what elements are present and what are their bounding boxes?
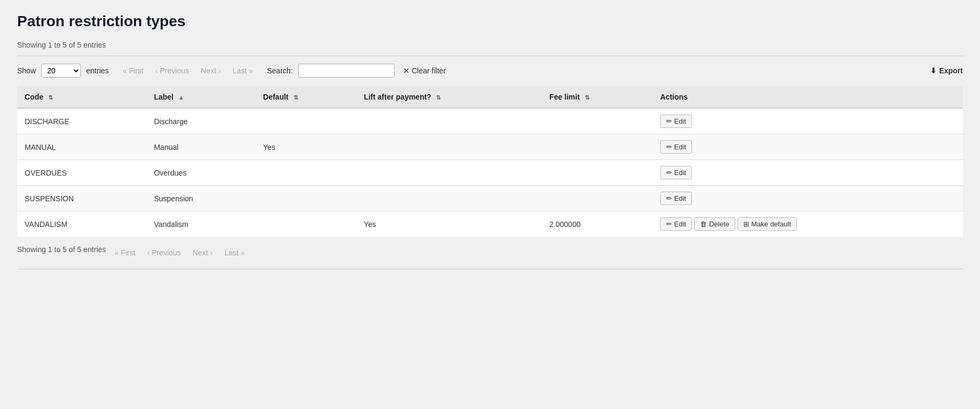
cell-lift_after_payment	[356, 160, 541, 186]
entries-label: entries	[86, 66, 109, 75]
cell-fee_limit: 2.000000	[542, 211, 653, 237]
edit-button[interactable]: ✏ Edit	[660, 192, 692, 205]
cell-label: Manual	[146, 134, 255, 160]
bottom-last-button[interactable]: Last »	[221, 246, 248, 259]
search-input[interactable]	[298, 64, 395, 78]
cell-lift_after_payment	[356, 108, 541, 134]
col-lift-after-payment[interactable]: Lift after payment? ⇅	[356, 86, 541, 108]
make-default-button[interactable]: ⊞ Make default	[737, 217, 797, 231]
col-code[interactable]: Code ⇅	[17, 86, 146, 108]
showing-text-bottom: Showing 1 to 5 of 5 entries	[17, 245, 106, 254]
page-title: Patron restriction types	[17, 13, 963, 30]
col-actions-label: Actions	[660, 93, 688, 101]
edit-button[interactable]: ✏ Edit	[660, 217, 692, 231]
edit-icon: ✏	[666, 194, 672, 202]
edit-icon: ✏	[666, 220, 672, 228]
delete-button[interactable]: 🗑 Delete	[694, 217, 735, 231]
col-lift-label: Lift after payment?	[364, 93, 431, 101]
cell-actions: ✏ Edit	[653, 134, 963, 160]
cell-code: VANDALISM	[17, 211, 146, 237]
cell-label: Discharge	[146, 108, 255, 134]
cell-code: MANUAL	[17, 134, 146, 160]
bottom-first-button[interactable]: « First	[111, 246, 139, 259]
clear-icon: ✕	[403, 66, 410, 75]
sort-lift-icon: ⇅	[436, 94, 441, 101]
clear-filter-button[interactable]: ✕ Clear filter	[400, 64, 449, 77]
sort-code-icon: ⇅	[48, 94, 53, 101]
showing-text-top: Showing 1 to 5 of 5 entries	[17, 41, 963, 49]
show-label: Show	[17, 66, 36, 75]
sort-default-icon: ⇅	[293, 94, 298, 101]
delete-icon: 🗑	[700, 220, 707, 228]
cell-default: Yes	[255, 134, 356, 160]
sort-fee-icon: ⇅	[585, 94, 590, 101]
edit-button[interactable]: ✏ Edit	[660, 115, 692, 128]
top-previous-button[interactable]: ‹ Previous	[152, 64, 192, 77]
bottom-divider	[17, 269, 963, 269]
cell-lift_after_payment	[356, 186, 541, 211]
cell-fee_limit	[542, 134, 653, 160]
table-body: DISCHARGEDischarge✏ EditMANUALManualYes✏…	[17, 108, 963, 237]
cell-actions: ✏ Edit	[653, 160, 963, 186]
cell-default	[255, 108, 356, 134]
bottom-previous-button[interactable]: ‹ Previous	[144, 246, 184, 259]
edit-button[interactable]: ✏ Edit	[660, 140, 692, 154]
cell-fee_limit	[542, 186, 653, 211]
edit-button[interactable]: ✏ Edit	[660, 166, 692, 179]
cell-label: Overdues	[146, 160, 255, 186]
cell-actions: ✏ Edit🗑 Delete⊞ Make default	[653, 211, 963, 237]
export-button[interactable]: ⬇ Export	[930, 66, 963, 75]
export-icon: ⬇	[930, 66, 937, 75]
cell-actions: ✏ Edit	[653, 108, 963, 134]
sort-label-icon: ▲	[178, 94, 184, 101]
table-row: MANUALManualYes✏ Edit	[17, 134, 963, 160]
entries-select[interactable]: 10 20 50 100	[41, 64, 81, 78]
cell-actions: ✏ Edit	[653, 186, 963, 211]
cell-default	[255, 211, 356, 237]
col-fee-label: Fee limit	[549, 93, 580, 101]
table-row: VANDALISMVandalismYes2.000000✏ Edit🗑 Del…	[17, 211, 963, 237]
top-divider	[17, 56, 963, 56]
edit-icon: ✏	[666, 169, 672, 177]
search-label: Search:	[267, 66, 292, 75]
cell-code: OVERDUES	[17, 160, 146, 186]
bottom-controls: Showing 1 to 5 of 5 entries « First ‹ Pr…	[17, 245, 963, 260]
table-header: Code ⇅ Label ▲ Default ⇅ Lift after paym…	[17, 86, 963, 108]
cell-code: DISCHARGE	[17, 108, 146, 134]
top-last-button[interactable]: Last »	[229, 64, 256, 77]
top-first-button[interactable]: « First	[119, 64, 147, 77]
col-actions: Actions	[653, 86, 963, 108]
clear-filter-label: Clear filter	[412, 66, 446, 75]
cell-code: SUSPENSION	[17, 186, 146, 211]
cell-label: Suspension	[146, 186, 255, 211]
table-row: SUSPENSIONSuspension✏ Edit	[17, 186, 963, 211]
controls-row: Show 10 20 50 100 entries « First ‹ Prev…	[17, 64, 963, 78]
top-next-button[interactable]: Next ›	[198, 64, 224, 77]
bottom-next-button[interactable]: Next ›	[190, 246, 216, 259]
col-label-label: Label	[154, 93, 174, 101]
col-default[interactable]: Default ⇅	[255, 86, 356, 108]
cell-default	[255, 160, 356, 186]
edit-icon: ✏	[666, 143, 672, 151]
export-label: Export	[939, 66, 963, 75]
cell-default	[255, 186, 356, 211]
make-default-icon: ⊞	[743, 220, 749, 228]
edit-icon: ✏	[666, 117, 672, 125]
cell-lift_after_payment	[356, 134, 541, 160]
table-row: DISCHARGEDischarge✏ Edit	[17, 108, 963, 134]
table-row: OVERDUESOverdues✏ Edit	[17, 160, 963, 186]
col-label[interactable]: Label ▲	[146, 86, 255, 108]
cell-fee_limit	[542, 160, 653, 186]
col-code-label: Code	[25, 93, 43, 101]
col-fee-limit[interactable]: Fee limit ⇅	[542, 86, 653, 108]
col-default-label: Default	[263, 93, 288, 101]
cell-label: Vandalism	[146, 211, 255, 237]
cell-lift_after_payment: Yes	[356, 211, 541, 237]
restriction-types-table: Code ⇅ Label ▲ Default ⇅ Lift after paym…	[17, 86, 963, 237]
cell-fee_limit	[542, 108, 653, 134]
